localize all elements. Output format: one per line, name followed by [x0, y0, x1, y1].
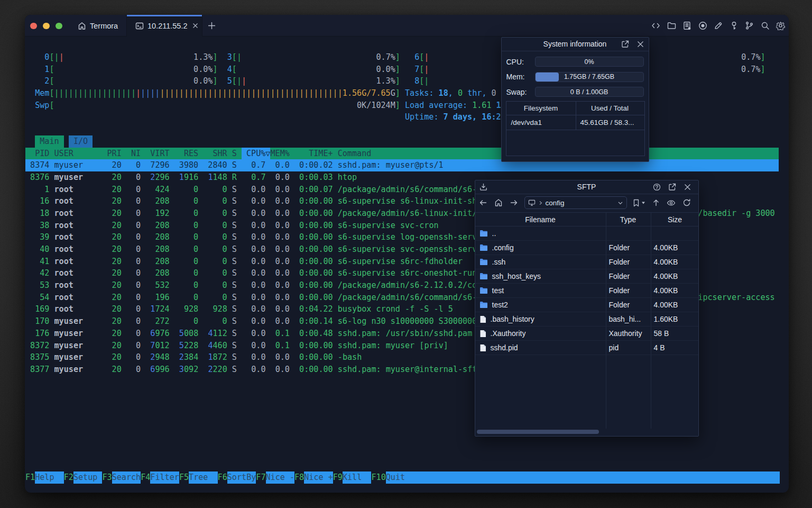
fkey-nice-[interactable]: Nice + — [304, 471, 333, 484]
meter-label: CPU: — [506, 58, 535, 66]
new-tab-button[interactable] — [204, 15, 219, 37]
meter-label: Swap: — [506, 88, 535, 96]
sysinfo-table-column-header[interactable]: Used / Total — [576, 102, 644, 115]
file-size: 4.00KB — [651, 243, 678, 252]
fkey-filter[interactable]: Filter — [150, 471, 179, 484]
branch-icon[interactable] — [745, 21, 754, 30]
sftp-file-row[interactable]: .configFolder4.00KB — [475, 241, 698, 255]
gear-icon[interactable] — [776, 21, 785, 30]
file-icon — [479, 344, 486, 352]
file-name: .ssh — [492, 258, 506, 266]
sftp-file-row[interactable]: sshd.pidpid4 B — [475, 341, 698, 355]
file-size: 4.00KB — [651, 258, 678, 266]
tab-ssh-session-label: 10.211.55.2 — [147, 22, 188, 30]
tab-close-icon[interactable] — [192, 23, 198, 29]
scrollbar-thumb[interactable] — [477, 430, 599, 434]
sftp-file-row[interactable]: .bash_historybash_hi...1.60KB — [475, 312, 698, 326]
sftp-column-header-type[interactable]: Type — [606, 213, 651, 226]
key-icon[interactable] — [730, 21, 739, 30]
log-icon[interactable] — [682, 21, 691, 30]
sysinfo-meter-mem: Mem:1.75GB / 7.65GB — [506, 72, 644, 82]
code-icon[interactable] — [651, 21, 660, 30]
sftp-file-row[interactable]: test2Folder4.00KB — [475, 298, 698, 312]
panel-title-actions — [621, 38, 644, 51]
minimize-window-button[interactable] — [43, 23, 50, 30]
folder-icon — [479, 258, 488, 266]
sftp-column-header-size[interactable]: Size — [651, 213, 699, 226]
forward-icon[interactable] — [509, 198, 519, 207]
eye-icon[interactable] — [667, 198, 676, 207]
open-in-new-icon[interactable] — [621, 40, 629, 48]
sysinfo-panel-titlebar[interactable]: System information — [502, 38, 649, 51]
file-type: bash_hi... — [606, 315, 651, 323]
file-type: Folder — [606, 286, 651, 295]
file-name: .. — [492, 229, 496, 238]
file-type: Folder — [606, 301, 651, 309]
sftp-file-row[interactable]: ssh_host_keysFolder4.00KB — [475, 269, 698, 284]
blank-row — [25, 448, 779, 460]
blank-row — [25, 436, 779, 448]
fkey-tree[interactable]: Tree — [189, 471, 218, 484]
sftp-file-row[interactable]: testFolder4.00KB — [475, 284, 698, 298]
home-icon[interactable] — [494, 198, 503, 207]
file-name: .Xauthority — [491, 329, 526, 338]
cpu-meters-row: 1[ 0.0%] 4[ 0.0%] 7[| 0.7%] — [25, 64, 779, 76]
sftp-file-row[interactable]: .. — [475, 226, 698, 241]
refresh-icon[interactable] — [682, 198, 691, 207]
chevron-down-icon[interactable] — [617, 200, 623, 206]
sftp-table-header: FilenameTypeSize — [475, 213, 698, 226]
path-breadcrumb[interactable]: config — [524, 196, 627, 209]
computer-icon — [528, 199, 536, 206]
sftp-panel-titlebar[interactable]: SFTP — [475, 180, 698, 194]
fkey-setup[interactable]: Setup — [73, 471, 103, 484]
blank-row — [25, 459, 779, 471]
help-icon[interactable] — [653, 183, 661, 191]
close-icon[interactable] — [636, 40, 644, 48]
function-key-bar[interactable]: F1Help F2Setup F3SearchF4FilterF5Tree F6… — [25, 471, 779, 484]
sftp-column-header-filename[interactable]: Filename — [475, 213, 606, 226]
sftp-toolbar: config — [475, 194, 698, 213]
pencil-icon[interactable] — [714, 21, 723, 30]
bookmark-icon — [633, 198, 640, 207]
open-in-new-icon[interactable] — [668, 183, 676, 191]
horizontal-scrollbar[interactable] — [475, 429, 698, 434]
home-icon — [78, 22, 86, 30]
tab-ssh-session[interactable]: 10.211.55.2 — [126, 15, 202, 37]
meter-value: 0 B / 1.00GB — [536, 87, 643, 96]
folder-icon — [479, 244, 488, 251]
file-type: Folder — [606, 243, 651, 252]
tab-termora-label: Termora — [90, 22, 118, 30]
file-size: 58 B — [651, 329, 669, 338]
filesystem-row[interactable]: /dev/vda145.61GB / 58.3... — [506, 115, 644, 130]
record-icon[interactable] — [698, 21, 707, 30]
fkey-quit[interactable]: Quit — [386, 471, 780, 484]
tab-termora-home[interactable]: Termora — [78, 15, 118, 37]
download-icon[interactable] — [479, 183, 487, 191]
sftp-file-row[interactable]: .sshFolder4.00KB — [475, 255, 698, 269]
close-window-button[interactable] — [30, 23, 37, 30]
folder-icon[interactable] — [667, 21, 676, 30]
fkey-search[interactable]: Search — [112, 471, 141, 484]
zoom-window-button[interactable] — [56, 23, 62, 30]
upload-icon[interactable] — [651, 198, 661, 207]
sysinfo-table-column-header[interactable]: Filesystem — [506, 102, 576, 115]
sftp-panel: SFTP config — [475, 180, 699, 437]
close-icon[interactable] — [684, 183, 691, 191]
fkey-help[interactable]: Help — [35, 471, 64, 484]
search-icon[interactable] — [761, 21, 770, 30]
fkey-kill[interactable]: Kill — [343, 471, 372, 484]
back-icon[interactable] — [478, 198, 488, 207]
fkey-sortby[interactable]: SortBy — [227, 471, 256, 484]
file-name: test2 — [492, 301, 508, 309]
fkey-nice-[interactable]: Nice - — [266, 471, 295, 484]
filesystem-name: /dev/vda1 — [506, 115, 576, 130]
process-row: 8374 myuser 20 0 7296 3980 2840 S 0.7 0.… — [25, 159, 779, 171]
meter-value: 0% — [536, 57, 643, 66]
folder-icon — [479, 287, 488, 294]
sftp-file-row[interactable]: .XauthorityXauthority58 B — [475, 326, 698, 341]
window-toolbar — [651, 15, 789, 37]
file-size: 4.00KB — [651, 272, 678, 280]
folder-icon — [479, 301, 488, 309]
file-type: Folder — [606, 272, 651, 280]
bookmark-button[interactable] — [633, 198, 645, 207]
